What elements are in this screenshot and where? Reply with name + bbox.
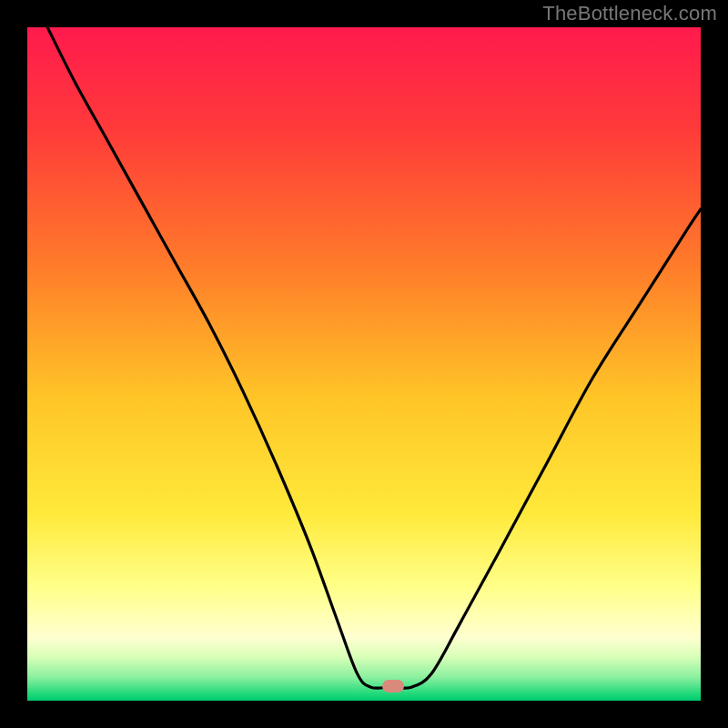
optimal-point-marker (382, 680, 404, 693)
plot-area (27, 27, 701, 701)
watermark-text: TheBottleneck.com (542, 2, 717, 25)
plot-svg (27, 27, 701, 701)
chart-frame: TheBottleneck.com (0, 0, 728, 728)
